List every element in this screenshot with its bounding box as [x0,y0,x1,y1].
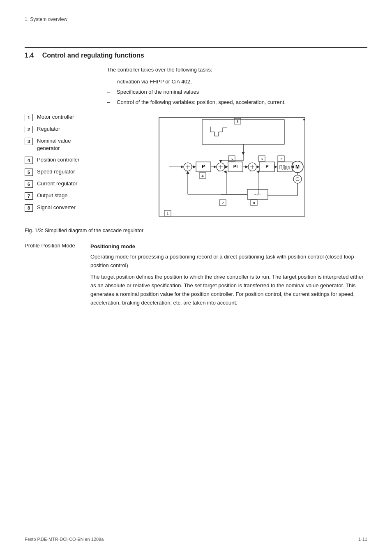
profile-paragraph-2: The target position defines the position… [90,273,367,307]
legend-box-7: 7 [25,192,33,200]
legend-item-1: 1 Motor controller [25,113,90,121]
legend-label-5: Speed regulator [37,168,75,175]
profile-content: Positioning mode Operating mode for proc… [90,242,367,311]
svg-text:P: P [265,164,268,169]
profile-paragraph-1: Operating mode for processing a position… [90,253,367,270]
legend-box-8: 8 [25,204,33,212]
svg-point-44 [293,175,302,183]
legend-box-4: 4 [25,157,33,164]
svg-text:~⇌=: ~⇌= [254,193,261,196]
footer-right: 1-11 [358,537,367,542]
breadcrumb: 1. System overview [25,16,367,22]
section-number: 1.4 [25,52,34,59]
legend-item-8: 8 Signal converter [25,204,90,212]
legend-label-4: Position controller [37,156,79,164]
profile-label: Profile Position Mode [25,242,90,311]
main-content: 1 Motor controller 2 Regulator 3 Nominal… [25,113,367,220]
legend-item-5: 5 Speed regulator [25,168,90,176]
svg-text:−: − [218,169,220,173]
cascade-regulator-diagram: 1 3 P 4 [157,113,309,220]
page: 1. System overview 1.4 Control and regul… [0,0,392,554]
svg-text:P: P [202,164,205,169]
legend-label-2: Regulator [37,125,60,133]
legend-label-6: Current regulator [37,180,77,187]
legend-item-3: 3 Nominal value generator [25,137,90,152]
footer-left: Festo P.BE-MTR-DCI-CO-EN en 1209a [25,537,104,542]
svg-text:4: 4 [201,174,203,178]
svg-text:7: 7 [280,157,282,161]
legend-label-8: Signal converter [37,204,76,211]
legend-box-2: 2 [25,126,33,133]
svg-text:1: 1 [166,212,168,216]
legend-label-3: Nominal value generator [37,137,90,152]
svg-point-66 [303,119,305,120]
legend-box-1: 1 [25,114,33,121]
svg-text:2: 2 [221,201,224,205]
svg-text:3: 3 [236,120,238,124]
legend-item-6: 6 Current regulator [25,180,90,188]
legend: 1 Motor controller 2 Regulator 3 Nominal… [25,113,90,220]
legend-box-3: 3 [25,138,33,145]
section-heading: Control and regulating functions [42,52,144,59]
diagram-area: 1 3 P 4 [99,113,367,220]
legend-label-1: Motor controller [37,113,74,121]
fig-caption: Fig. 1/3: Simplified diagram of the casc… [25,228,367,233]
svg-text:−: − [249,169,251,173]
section-title: 1.4 Control and regulating functions [25,47,367,59]
dash-icon: – [107,89,113,95]
dash-icon: – [107,78,113,85]
legend-item-2: 2 Regulator [25,125,90,133]
list-item: – Activation via FHPP or CiA 402, [107,78,367,85]
legend-item-7: 7 Output stage [25,192,90,200]
svg-text:5: 5 [231,157,233,161]
svg-rect-37 [277,162,292,172]
legend-label-7: Output stage [37,192,67,199]
footer: Festo P.BE-MTR-DCI-CO-EN en 1209a 1-11 [25,537,367,542]
svg-text:PI: PI [233,164,238,169]
svg-text:8: 8 [253,201,255,205]
profile-section: Profile Position Mode Positioning mode O… [25,242,367,311]
dash-icon: – [107,99,113,105]
intro-text: The controller takes over the following … [107,67,367,73]
legend-box-6: 6 [25,180,33,188]
list-item: – Specification of the nominal values [107,89,367,95]
legend-box-5: 5 [25,169,33,176]
bullet-list: – Activation via FHPP or CiA 402, – Spec… [107,78,367,105]
svg-text:−: − [185,169,187,173]
svg-text:M: M [295,164,300,170]
mode-title: Positioning mode [90,242,367,251]
legend-item-4: 4 Position controller [25,156,90,164]
svg-point-45 [296,178,299,181]
svg-text:6: 6 [261,157,263,161]
list-item: – Control of the following variables: po… [107,99,367,105]
